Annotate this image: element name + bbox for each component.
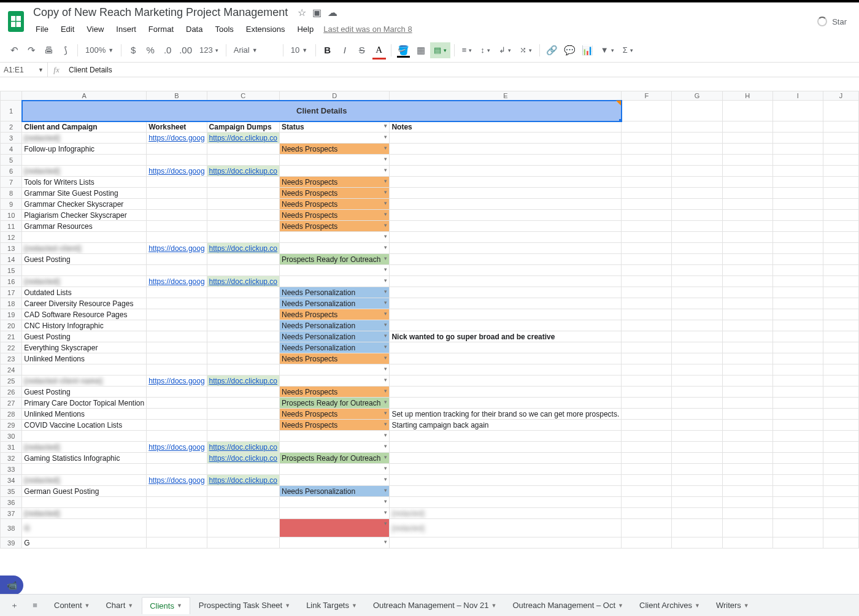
cell-E4[interactable] — [390, 144, 622, 155]
cell-empty[interactable] — [672, 320, 722, 331]
row-header-31[interactable]: 31 — [1, 442, 22, 453]
cell-empty[interactable] — [622, 166, 672, 177]
cell-empty[interactable] — [722, 398, 772, 409]
cell-empty[interactable] — [672, 353, 722, 364]
row-header-7[interactable]: 7 — [1, 177, 22, 188]
cell-D38[interactable] — [279, 519, 389, 537]
font-family-select[interactable]: Arial▼ — [230, 42, 279, 58]
cell-empty[interactable] — [722, 221, 772, 232]
cell-E37[interactable]: [redacted] — [390, 508, 622, 519]
row-header-15[interactable]: 15 — [1, 265, 22, 276]
cell-B9[interactable] — [147, 199, 207, 210]
cell-B11[interactable] — [147, 221, 207, 232]
cell-B21[interactable] — [147, 331, 207, 342]
cell-B19[interactable] — [147, 309, 207, 320]
cell-A38[interactable]: G — [22, 519, 147, 537]
row-header-21[interactable]: 21 — [1, 331, 22, 342]
cell-A14[interactable]: Guest Posting — [22, 254, 147, 265]
fill-color-button[interactable]: 🪣 — [395, 42, 412, 58]
cell-empty[interactable] — [722, 188, 772, 199]
sheets-logo-icon[interactable] — [6, 9, 26, 34]
cell-empty[interactable] — [722, 420, 772, 431]
cell-empty[interactable] — [672, 331, 722, 342]
cell-E17[interactable] — [390, 287, 622, 298]
cell-empty[interactable] — [722, 243, 772, 254]
cell-empty[interactable] — [672, 519, 722, 537]
cell-empty[interactable] — [672, 453, 722, 464]
cell-empty[interactable] — [722, 276, 772, 287]
col-header-G[interactable]: G — [672, 91, 722, 101]
merge-cells-button[interactable]: ▤ ▾ — [430, 42, 450, 58]
cell-empty[interactable] — [672, 342, 722, 353]
cell-empty[interactable] — [823, 309, 858, 320]
cell-A24[interactable] — [22, 364, 147, 375]
cell-D4[interactable]: Needs Prospects — [279, 144, 389, 155]
cell-E31[interactable] — [390, 442, 622, 453]
cell-empty[interactable] — [722, 486, 772, 497]
italic-button[interactable]: I — [337, 42, 353, 58]
cell-C32[interactable]: https://doc.clickup.co — [207, 453, 279, 464]
col-header-C[interactable]: C — [207, 91, 279, 101]
cell-A36[interactable] — [22, 497, 147, 508]
cell-empty[interactable] — [772, 254, 823, 265]
cell-empty[interactable] — [672, 537, 722, 549]
cell-A32[interactable]: Gaming Statistics Infographic — [22, 453, 147, 464]
cell-C14[interactable] — [207, 254, 279, 265]
menu-edit[interactable]: Edit — [56, 23, 79, 36]
cell-empty[interactable] — [823, 276, 858, 287]
cell-B10[interactable] — [147, 210, 207, 221]
cell-empty[interactable] — [672, 166, 722, 177]
cell-empty[interactable] — [672, 221, 722, 232]
cell-empty[interactable] — [823, 144, 858, 155]
cell-C26[interactable] — [207, 387, 279, 398]
print-button[interactable]: 🖶 — [40, 42, 56, 58]
cell-empty[interactable] — [823, 420, 858, 431]
cell-B31[interactable]: https://docs.goog — [147, 442, 207, 453]
cell-empty[interactable] — [823, 331, 858, 342]
cell-empty[interactable] — [823, 320, 858, 331]
cell-empty[interactable] — [672, 475, 722, 486]
cell-empty[interactable] — [823, 375, 858, 387]
cell-empty[interactable] — [823, 398, 858, 409]
cell-E23[interactable] — [390, 353, 622, 364]
cell-B27[interactable] — [147, 398, 207, 409]
header-worksheet[interactable]: Worksheet — [147, 121, 207, 133]
cell-E29[interactable]: Starting campaign back again — [390, 420, 622, 431]
cell-empty[interactable] — [672, 144, 722, 155]
cell-empty[interactable] — [722, 342, 772, 353]
rotate-button[interactable]: ⤭ ▾ — [516, 42, 536, 58]
cell-empty[interactable] — [772, 519, 823, 537]
cell-C8[interactable] — [207, 188, 279, 199]
cell-A9[interactable]: Grammar Checker Skyscraper — [22, 199, 147, 210]
cell-empty[interactable] — [772, 464, 823, 475]
cell-A25[interactable]: [redacted client name] — [22, 375, 147, 387]
header-status[interactable]: Status — [279, 121, 389, 133]
cell-E12[interactable] — [390, 232, 622, 243]
col-header-I[interactable]: I — [772, 91, 823, 101]
cell-B38[interactable] — [147, 519, 207, 537]
cell-B24[interactable] — [147, 364, 207, 375]
cell-E32[interactable] — [390, 453, 622, 464]
cell-C13[interactable]: https://doc.clickup.co — [207, 243, 279, 254]
row-header-16[interactable]: 16 — [1, 276, 22, 287]
cell-D23[interactable]: Needs Prospects — [279, 353, 389, 364]
cell-B17[interactable] — [147, 287, 207, 298]
cell-E5[interactable] — [390, 155, 622, 166]
selection-handle[interactable] — [619, 119, 622, 121]
row-header-24[interactable]: 24 — [1, 364, 22, 375]
cell-C20[interactable] — [207, 320, 279, 331]
cell-B32[interactable] — [147, 453, 207, 464]
cell-C38[interactable] — [207, 519, 279, 537]
row-header-20[interactable]: 20 — [1, 320, 22, 331]
cell-empty[interactable] — [672, 254, 722, 265]
cell-empty[interactable] — [672, 387, 722, 398]
cell-D35[interactable]: Needs Personalization — [279, 486, 389, 497]
add-sheet-button[interactable]: ＋ — [5, 596, 23, 615]
cell-B35[interactable] — [147, 486, 207, 497]
cell-D26[interactable]: Needs Prospects — [279, 387, 389, 398]
cell-A10[interactable]: Plagiarism Checker Skyscraper — [22, 210, 147, 221]
cell-empty[interactable] — [672, 298, 722, 309]
cell-empty[interactable] — [823, 342, 858, 353]
zoom-select[interactable]: 100%▼ — [82, 42, 117, 58]
cell-empty[interactable] — [622, 508, 672, 519]
